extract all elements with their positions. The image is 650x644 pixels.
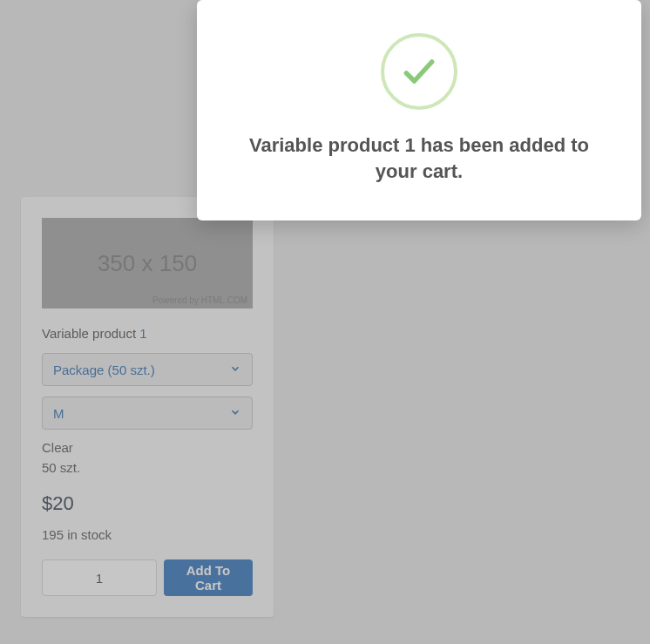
- success-check-icon: [381, 33, 457, 110]
- modal-message: Variable product 1 has been added to you…: [232, 132, 606, 184]
- added-to-cart-modal: Variable product 1 has been added to you…: [197, 0, 641, 220]
